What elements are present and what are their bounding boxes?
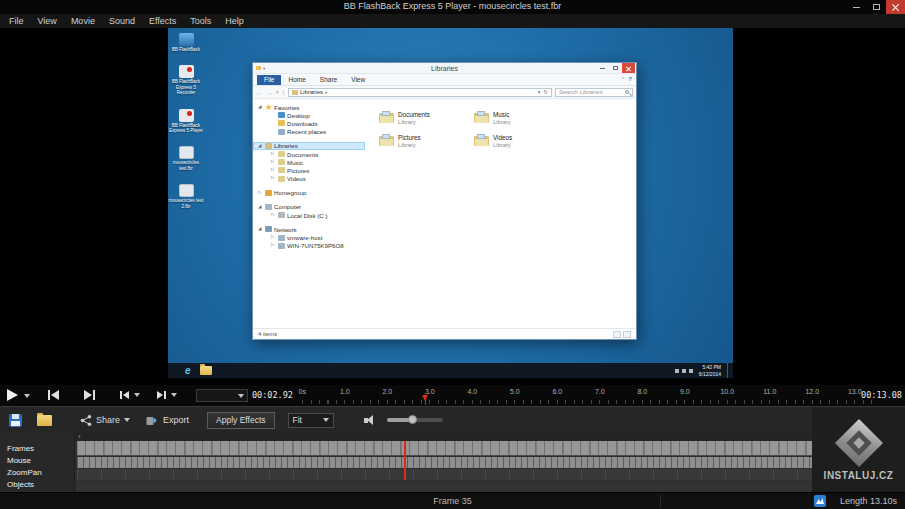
frames-thumbnail-strip[interactable] [77,441,903,456]
nav-item[interactable]: Desktop [253,111,365,119]
nav-item[interactable]: ▷ Videos [253,175,365,183]
expander-icon[interactable]: ▷ [271,160,278,165]
expander-icon[interactable]: ▷ [271,213,278,218]
play-button[interactable] [7,389,18,401]
explorer-minimize-button[interactable] [596,63,609,73]
volume-icon[interactable] [364,415,377,426]
step-forward-button[interactable] [157,391,177,399]
mouse-track[interactable] [77,457,903,468]
history-dropdown-icon[interactable]: ▾ [276,89,279,95]
nav-item[interactable]: Recent places [253,128,365,136]
scroll-left-icon[interactable]: ‹ [78,433,81,441]
save-button[interactable] [9,414,22,427]
nav-item[interactable]: ▷ WIN-7UN75K9P6O8 [253,242,365,250]
apply-effects-button[interactable]: Apply Effects [207,412,274,429]
folder-icon [256,66,261,70]
desktop-icon: BB FlashBack Express 5 Player [168,109,204,134]
up-icon[interactable]: ↑ [282,89,286,96]
zoompan-track[interactable] [77,469,903,480]
minimize-button[interactable] [846,0,866,14]
nav-item[interactable]: ▷ Homegroup [253,189,365,197]
volume-thumb[interactable] [408,415,417,424]
volume-slider[interactable] [387,418,443,422]
ribbon-tab[interactable]: Home [281,75,312,85]
menu-item[interactable]: Help [218,16,251,26]
library-item[interactable]: Videos Library [474,134,569,157]
expander-icon[interactable]: ◢ [258,205,265,210]
objects-track[interactable] [77,481,903,491]
nav-item-label: Recent places [287,128,326,135]
skip-to-end-button[interactable] [84,390,95,400]
file-list[interactable]: Documents Library Music Library [365,99,636,328]
nav-item[interactable]: ◢ Computer [253,203,365,211]
close-button[interactable] [886,0,905,14]
desktop-icon: mousecircles test.fbr [168,146,204,171]
icons-view-button[interactable] [623,331,631,338]
address-dropdown-icon[interactable]: ▾ [538,89,541,95]
playhead-line[interactable] [404,441,406,480]
collapse-ribbon-icon[interactable]: ^ [622,76,625,82]
timeline-ticks[interactable] [302,400,875,404]
expander-icon[interactable]: ▷ [271,168,278,173]
refresh-icon[interactable]: ↻ [543,89,548,95]
menu-item[interactable]: Movie [64,16,102,26]
video-stage[interactable]: BB FlashBack BB FlashBack Express 5 Reco… [0,28,905,385]
nav-item[interactable]: ▷ Local Disk (C:) [253,211,365,219]
nav-item[interactable]: ▷ vmware-host [253,233,365,241]
menu-item[interactable]: File [2,16,31,26]
tray-icon [689,369,693,373]
maximize-button[interactable] [866,0,886,14]
expander-icon[interactable]: ◢ [258,144,265,149]
share-dropdown-icon[interactable] [124,418,130,422]
length-section: Length 13.10s [814,495,897,507]
timeline-ruler[interactable]: 0s1.02.03.04.05.06.07.08.09.010.011.012.… [281,388,876,395]
back-icon[interactable]: ← [256,89,263,96]
expander-icon[interactable]: ▷ [271,235,278,240]
breadcrumb-location[interactable]: Libraries [300,89,323,95]
step-forward-dropdown-icon[interactable] [171,393,177,397]
nav-item[interactable]: ◢ Libraries [253,142,365,150]
play-options-dropdown-icon[interactable] [24,394,30,398]
tracks-scrollbar[interactable]: ‹ › [75,433,905,441]
share-button[interactable]: Share [80,415,130,426]
nav-item[interactable]: ◢ Favorites [253,103,365,111]
explorer-maximize-button[interactable] [609,63,622,73]
ribbon-tab[interactable]: View [344,75,372,85]
zoom-fit-select[interactable]: Fit [288,413,334,428]
expander-icon[interactable]: ▷ [258,191,265,196]
export-button[interactable]: Export [146,415,189,426]
expander-icon[interactable]: ◢ [258,105,265,110]
ribbon-tab[interactable]: Share [313,75,344,85]
search-input[interactable]: Search Libraries [555,88,633,97]
library-item[interactable]: Documents Library [379,111,474,134]
expander-icon[interactable]: ▷ [271,152,278,157]
nav-item[interactable]: ▷ Documents [253,150,365,158]
titlebar[interactable]: BB FlashBack Express 5 Player - mousecir… [0,0,905,14]
step-back-dropdown-icon[interactable] [134,393,140,397]
nav-item[interactable]: Downloads [253,119,365,127]
menu-item[interactable]: Effects [142,16,183,26]
desktop-icon-image [179,184,194,197]
ribbon-tab[interactable]: File [257,75,281,85]
forward-icon[interactable]: → [266,89,273,96]
help-icon[interactable]: ? [628,76,632,82]
open-button[interactable] [37,415,52,426]
details-view-button[interactable] [613,331,621,338]
nav-item[interactable]: ▷ Pictures [253,166,365,174]
nav-item[interactable]: ◢ Network [253,225,365,233]
expander-icon[interactable]: ▷ [271,176,278,181]
menu-item[interactable]: Tools [183,16,218,26]
speed-select[interactable] [196,389,248,402]
step-back-button[interactable] [120,391,140,399]
library-item[interactable]: Music Library [474,111,569,134]
menu-item[interactable]: Sound [102,16,142,26]
playhead-marker[interactable] [422,395,429,405]
nav-item[interactable]: ▷ Music [253,158,365,166]
skip-to-start-button[interactable] [48,390,59,400]
breadcrumb[interactable]: Libraries ▸ ▾ ↻ [288,88,552,97]
library-item[interactable]: Pictures Library [379,134,474,157]
expander-icon[interactable]: ▷ [271,243,278,248]
explorer-close-button[interactable] [622,63,635,73]
expander-icon[interactable]: ◢ [258,227,265,232]
menu-item[interactable]: View [31,16,64,26]
